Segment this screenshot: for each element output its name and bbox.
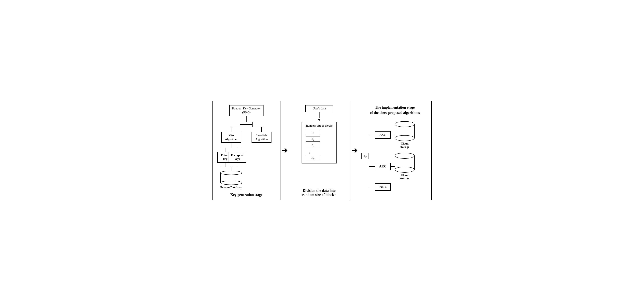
h-asc	[369, 135, 375, 135]
h-line-rsa	[240, 124, 252, 125]
cloud-storage-1: Cloudstorage	[395, 121, 414, 149]
down-arrow-mid: ▼	[318, 118, 321, 122]
cloud-label-1: Cloudstorage	[400, 142, 410, 149]
block-b1: B1	[306, 130, 320, 135]
rkg-vline	[246, 116, 246, 122]
v-ek	[237, 148, 238, 152]
cyl-top	[220, 171, 242, 175]
h-asc-cloud	[391, 135, 395, 135]
left-to-middle-arrow: ➔	[280, 101, 288, 200]
arrow-icon-1: ➔	[282, 147, 288, 154]
block-b2: B2	[306, 136, 320, 142]
diagram-container: Random Key Generator(RKG)	[212, 101, 432, 200]
encrypted-keys-box: Encryptedkeys	[228, 152, 246, 162]
left-content: Random Key Generator(RKG)	[216, 105, 277, 189]
asc-row: ASC Cloudstorage	[369, 121, 428, 149]
v-twofish	[261, 127, 262, 132]
right-title: The implementation stageof the three pro…	[361, 105, 428, 115]
private-db-label: Private Database	[220, 186, 242, 189]
middle-panel-label: Division the data into random size of bl…	[302, 185, 336, 197]
bn-box: BN	[361, 153, 369, 159]
cloud-label-2: Cloudstorage	[400, 174, 410, 180]
iarc-box: IARC	[375, 183, 391, 191]
twofish-box: Two fishAlgorithm	[252, 132, 272, 143]
dots-symbol: ⋮	[306, 150, 312, 154]
v-ek-down	[237, 163, 238, 167]
v-pk	[225, 148, 226, 152]
h-merge-bar	[221, 167, 241, 167]
panel-left: Random Key Generator(RKG)	[213, 101, 280, 200]
users-data-box: User's data	[305, 105, 333, 112]
asc-box: ASC	[375, 131, 391, 139]
cloud-cyl-2	[395, 153, 414, 173]
rsa-branch	[240, 122, 252, 127]
cyl-cloud-bottom-2	[395, 167, 414, 173]
iarc-row: IARC	[369, 183, 428, 191]
blocks-box: Random size of blocks B1 B2 B3 ⋮ BN	[302, 122, 337, 164]
left-panel-label: Key generation stage	[230, 189, 262, 197]
cloud-storage-2: Cloudstorage	[395, 153, 414, 180]
block-b3: B3	[306, 143, 320, 148]
private-db-cylinder	[220, 171, 242, 185]
h-sub-bar	[221, 148, 241, 148]
arc-box: ARC	[375, 163, 391, 170]
panel-right: The implementation stageof the three pro…	[358, 101, 431, 200]
panel-middle: User's data ▼ Random size of blocks B1 B…	[288, 101, 350, 200]
arrow-icon-2: ➔	[352, 147, 358, 154]
arc-row: ARC Cloudstorage	[369, 153, 428, 180]
v-pk-down	[225, 163, 226, 167]
middle-to-right-arrow: ➔	[350, 101, 358, 200]
v-drop-rsa	[252, 122, 252, 127]
h-arc-cloud	[391, 166, 395, 167]
right-tree: ASC Cloudstorage	[369, 121, 428, 191]
v-db	[231, 167, 232, 171]
h-arc	[369, 166, 375, 167]
blocks-label: Random size of blocks	[306, 124, 332, 128]
middle-content: User's data ▼ Random size of blocks B1 B…	[292, 105, 347, 185]
rsa-box: RSAAlgorithm	[221, 132, 241, 143]
cyl-bottom	[220, 180, 242, 185]
rkg-box: Random Key Generator(RKG)	[230, 105, 264, 116]
h-iarc	[369, 187, 375, 187]
twofish-column: Two fishAlgorithm	[249, 127, 274, 143]
cloud-cyl-1	[395, 121, 414, 141]
v-users-data	[319, 112, 320, 118]
encrypted-keys-col: Encryptedkeys	[231, 148, 243, 166]
v-rsa	[231, 127, 232, 132]
cyl-cloud-bottom-1	[395, 135, 414, 141]
rsa-column: RSAAlgorithm Privatekey	[219, 127, 244, 189]
v-rsa-down	[231, 143, 232, 148]
right-main-layout: BN ASC	[361, 119, 428, 197]
h-span-line	[232, 127, 264, 127]
block-bn: BN	[306, 156, 320, 161]
